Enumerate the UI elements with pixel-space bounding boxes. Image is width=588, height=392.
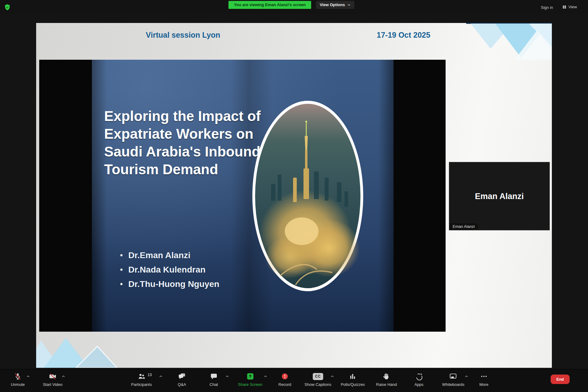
view-options-label: View Options: [320, 1, 345, 9]
slide-deco-mountains-top-right: [466, 23, 552, 60]
show-captions-label: Show Captions: [304, 382, 331, 387]
slide-title-line: Saudi Arabia's Inbound: [104, 143, 263, 160]
start-video-label: Start Video: [43, 382, 62, 387]
security-shield-icon[interactable]: [4, 4, 10, 11]
whiteboards-label: Whiteboards: [442, 382, 465, 387]
slide-author: Dr.Thu-Huong Nguyen: [120, 277, 219, 291]
slide-author-list: Dr.Eman Alanzi Dr.Nada Kulendran Dr.Thu-…: [120, 248, 219, 291]
qa-icon: [178, 372, 186, 380]
chat-options-chevron[interactable]: [226, 375, 229, 378]
viewing-screen-banner: You are viewing Eman Alanzi's screen: [228, 1, 311, 9]
unmute-options-chevron[interactable]: [27, 375, 30, 378]
chat-label: Chat: [209, 382, 218, 387]
camera-off-icon: [48, 372, 57, 380]
captions-cc-icon: CC: [313, 373, 323, 380]
chat-icon: [210, 372, 218, 380]
slide-author: Dr.Nada Kulendran: [120, 262, 219, 277]
start-video-button[interactable]: Start Video: [43, 372, 62, 387]
unmute-button[interactable]: Unmute: [11, 372, 25, 387]
participant-name-label: Eman Alanzi: [450, 223, 478, 230]
show-captions-button[interactable]: CC Show Captions: [304, 372, 331, 387]
polls-quizzes-label: Polls/Quizzes: [341, 382, 365, 387]
apps-button[interactable]: Apps: [414, 372, 424, 387]
whiteboards-icon: [449, 372, 457, 380]
qa-label: Q&A: [178, 382, 186, 387]
sign-in-button[interactable]: Sign in: [541, 5, 553, 10]
participant-name: Eman Alanzi: [449, 192, 549, 201]
polls-quizzes-button[interactable]: Polls/Quizzes: [341, 372, 365, 387]
microphone-muted-icon: [14, 372, 22, 380]
session-header-date: 17-19 Oct 2025: [377, 31, 430, 40]
slide-deco-mountains-bottom-left: [36, 330, 125, 368]
apps-label: Apps: [414, 382, 424, 387]
unmute-label: Unmute: [11, 382, 25, 387]
participants-icon: [137, 372, 146, 380]
share-options-chevron[interactable]: [264, 375, 267, 378]
meeting-toolbar: Unmute Start Video Participants 13: [0, 369, 588, 392]
slide-title: Exploring the Impact of Expatriate Worke…: [104, 107, 263, 178]
raise-hand-label: Raise Hand: [376, 382, 397, 387]
more-button[interactable]: More: [479, 372, 488, 387]
record-label: Record: [278, 382, 291, 387]
whiteboards-options-chevron[interactable]: [465, 375, 468, 378]
record-icon: [281, 372, 289, 380]
slide-title-line: Expatriate Workers on: [104, 125, 263, 143]
record-button[interactable]: Record: [278, 372, 291, 387]
participants-count: 13: [148, 373, 152, 377]
qa-button[interactable]: Q&A: [178, 372, 186, 387]
view-label: View: [568, 5, 577, 9]
polls-bar-chart-icon: [349, 372, 357, 380]
share-screen-button[interactable]: Share Screen: [238, 372, 262, 387]
participants-options-chevron[interactable]: [159, 375, 163, 378]
slide-title-line: Exploring the Impact of: [104, 107, 263, 125]
raise-hand-icon: [383, 372, 390, 380]
view-options-button[interactable]: View Options: [316, 1, 354, 9]
whiteboards-button[interactable]: Whiteboards: [442, 372, 465, 387]
chat-button[interactable]: Chat: [209, 372, 218, 387]
slide-title-line: Tourism Demand: [104, 160, 263, 178]
slide-city-image: [252, 100, 364, 292]
presentation-slide: Exploring the Impact of Expatriate Worke…: [39, 60, 446, 332]
participants-label: Participants: [131, 382, 152, 387]
session-header-title: Virtual session Lyon: [146, 31, 220, 40]
meeting-top-bar: You are viewing Eman Alanzi's screen Vie…: [0, 0, 588, 14]
more-dots-icon: [480, 372, 488, 380]
chevron-down-icon: [347, 4, 351, 6]
end-meeting-button[interactable]: End: [551, 375, 570, 384]
video-options-chevron[interactable]: [62, 375, 65, 378]
view-layout-button[interactable]: View: [562, 5, 577, 9]
more-label: More: [479, 382, 488, 387]
share-screen-label: Share Screen: [238, 382, 262, 387]
slide-author: Dr.Eman Alanzi: [120, 248, 219, 262]
captions-options-chevron[interactable]: [331, 375, 334, 378]
grid-view-icon: [562, 5, 567, 9]
participant-video-tile[interactable]: Eman Alanzi Eman Alanzi: [449, 162, 550, 230]
share-screen-icon: [246, 372, 254, 380]
apps-icon: [415, 372, 423, 380]
raise-hand-button[interactable]: Raise Hand: [376, 372, 397, 387]
